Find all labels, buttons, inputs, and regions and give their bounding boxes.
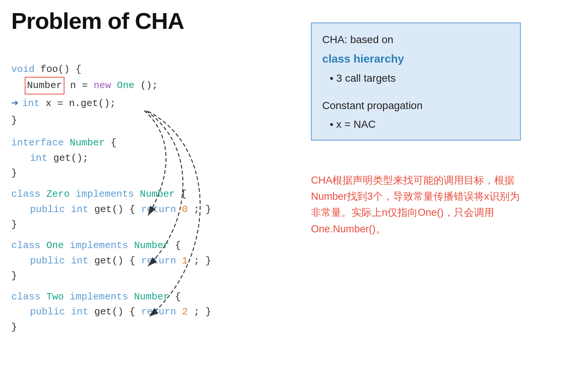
infobox-bullet1: • 3 call targets	[330, 70, 510, 87]
code-line-8: class Zero implements Number {	[11, 187, 211, 202]
blue-arrow-icon: ➔	[11, 94, 18, 113]
kw-class3: class	[11, 291, 40, 302]
kw-Zero: Zero	[46, 189, 70, 200]
code-line-16: }	[11, 320, 211, 335]
code-spacer-1	[11, 128, 211, 135]
code-line-13: }	[11, 268, 211, 283]
val-1: 1	[182, 255, 188, 266]
kw-int3: int	[71, 204, 88, 215]
kw-public1: public	[30, 204, 65, 215]
kw-return3: return	[141, 306, 176, 317]
code-line-5: interface Number {	[11, 135, 211, 150]
kw-Number: Number	[70, 137, 105, 148]
code-spacer-3	[11, 232, 211, 238]
code-line-12: public int get() { return 1 ; }	[11, 253, 211, 268]
val-0: 0	[182, 204, 188, 215]
kw-interface: interface	[11, 137, 64, 148]
infobox-highlight: class hierarchy	[322, 50, 510, 68]
code-line-6: int get();	[11, 151, 211, 166]
page-title: Problem of CHA	[11, 7, 184, 34]
kw-new: new	[94, 80, 111, 91]
kw-int4: int	[71, 255, 88, 266]
kw-return2: return	[141, 255, 176, 266]
kw-implements2: implements	[70, 240, 128, 251]
code-line-2: Number n = new One ();	[11, 77, 211, 94]
chinese-explanation: CHA根据声明类型来找可能的调用目标，根据Number找到3个，导致常量传播错误…	[311, 172, 528, 237]
kw-One: One	[117, 80, 135, 91]
kw-implements3: implements	[70, 291, 128, 302]
kw-return1: return	[141, 204, 176, 215]
infobox-label2: Constant propagation	[322, 97, 510, 114]
kw-int2: int	[30, 153, 48, 164]
code-spacer-2	[11, 181, 211, 187]
code-line-7: }	[11, 166, 211, 181]
code-spacer-4	[11, 283, 211, 289]
kw-class1: class	[11, 189, 40, 200]
number-box-label: Number	[25, 77, 64, 94]
kw-Number3: Number	[134, 240, 169, 251]
code-line-4: }	[11, 113, 211, 128]
kw-int5: int	[71, 306, 88, 317]
code-line-15: public int get() { return 2 ; }	[11, 304, 211, 319]
kw-int: int	[22, 98, 40, 109]
code-line-3: ➔ int x = n.get();	[11, 94, 211, 113]
kw-One2: One	[46, 240, 64, 251]
kw-implements1: implements	[76, 189, 134, 200]
code-line-1: void foo() {	[11, 62, 211, 77]
infobox-bullet2: • x = NAC	[330, 116, 510, 133]
code-line-11: class One implements Number {	[11, 238, 211, 253]
code-block: void foo() { Number n = new One (); ➔ in…	[11, 62, 211, 335]
kw-Number2: Number	[140, 189, 175, 200]
kw-public3: public	[30, 306, 65, 317]
infobox-label1: CHA: based on	[322, 31, 510, 48]
kw-Two: Two	[46, 291, 64, 302]
code-line-14: class Two implements Number {	[11, 289, 211, 304]
code-line-9: public int get() { return 0 ; }	[11, 202, 211, 217]
kw-void: void	[11, 64, 34, 75]
kw-Number4: Number	[134, 291, 169, 302]
kw-class2: class	[11, 240, 40, 251]
code-line-10: }	[11, 217, 211, 232]
kw-public2: public	[30, 255, 65, 266]
val-2: 2	[182, 306, 188, 317]
info-box: CHA: based on class hierarchy • 3 call t…	[311, 22, 521, 141]
